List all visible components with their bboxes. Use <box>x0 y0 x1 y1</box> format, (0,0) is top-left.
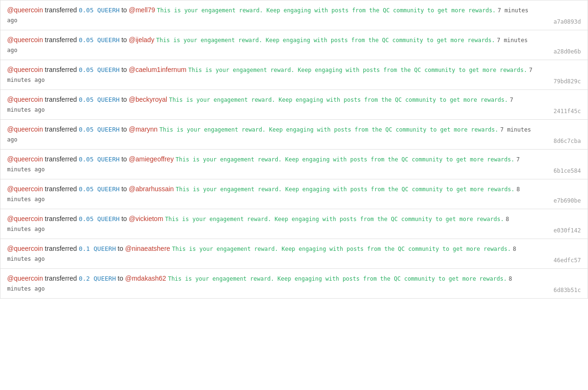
transaction-item: @queercoin transferred 0.1 QUEERH to @ni… <box>0 239 588 268</box>
amount: 0.05 QUEERH <box>79 66 119 73</box>
recipient[interactable]: @ninaeatshere <box>125 245 170 252</box>
message-text: This is your engagement reward. Keep eng… <box>169 97 508 103</box>
transaction-id: 8d6c7cba <box>553 138 581 144</box>
transaction-content: @queercoin transferred 0.05 QUEERH to @m… <box>7 5 581 25</box>
amount: 0.05 QUEERH <box>79 126 119 133</box>
transaction-id: 2411f45c <box>553 108 581 115</box>
message-text: This is your engagement reward. Keep eng… <box>176 156 515 163</box>
recipient[interactable]: @mell79 <box>129 6 155 14</box>
to-label: to <box>118 275 123 282</box>
to-label: to <box>121 96 127 103</box>
transaction-content: @queercoin transferred 0.05 QUEERH to @b… <box>7 95 581 115</box>
sender[interactable]: @queercoin <box>7 275 43 282</box>
transferred-label: transferred <box>45 36 77 44</box>
amount: 0.05 QUEERH <box>79 156 119 163</box>
sender[interactable]: @queercoin <box>7 215 43 222</box>
recipient[interactable]: @abrarhussain <box>129 185 174 193</box>
amount: 0.05 QUEERH <box>79 36 119 44</box>
message-text: This is your engagement reward. Keep eng… <box>157 7 496 14</box>
to-label: to <box>121 66 127 73</box>
sender[interactable]: @queercoin <box>7 185 43 193</box>
amount: 0.05 QUEERH <box>79 186 119 193</box>
sender[interactable]: @queercoin <box>7 245 43 252</box>
message-text: This is your engagement reward. Keep eng… <box>156 37 495 44</box>
transaction-id: 6b1ce584 <box>553 168 581 174</box>
sender[interactable]: @queercoin <box>7 6 43 14</box>
transaction-item: @queercoin transferred 0.05 QUEERH to @c… <box>0 60 588 89</box>
recipient[interactable]: @beckyroyal <box>129 96 167 103</box>
amount: 0.05 QUEERH <box>79 215 119 222</box>
transaction-content: @queercoin transferred 0.05 QUEERH to @v… <box>7 214 581 234</box>
transaction-content: @queercoin transferred 0.05 QUEERH to @i… <box>7 35 581 55</box>
sender[interactable]: @queercoin <box>7 66 43 73</box>
transferred-label: transferred <box>45 155 77 163</box>
transaction-content: @queercoin transferred 0.05 QUEERH to @m… <box>7 124 581 144</box>
message-text: This is your engagement reward. Keep eng… <box>160 126 498 133</box>
message-text: This is your engagement reward. Keep eng… <box>165 216 504 222</box>
amount: 0.1 QUEERH <box>79 245 116 252</box>
to-label: to <box>121 125 127 133</box>
transferred-label: transferred <box>45 215 77 222</box>
transaction-id: a7a0893d <box>553 18 581 25</box>
recipient[interactable]: @amiegeoffrey <box>129 155 174 163</box>
transaction-item: @queercoin transferred 0.05 QUEERH to @i… <box>0 30 588 60</box>
transaction-content: @queercoin transferred 0.05 QUEERH to @a… <box>7 184 581 204</box>
message-text: This is your engagement reward. Keep eng… <box>172 246 511 252</box>
to-label: to <box>121 215 127 222</box>
transaction-item: @queercoin transferred 0.05 QUEERH to @m… <box>0 119 588 149</box>
transferred-label: transferred <box>45 245 77 252</box>
transaction-id: 79bd829c <box>553 78 581 85</box>
transaction-item: @queercoin transferred 0.05 QUEERH to @b… <box>0 89 588 119</box>
to-label: to <box>121 185 127 193</box>
sender[interactable]: @queercoin <box>7 36 43 44</box>
transaction-content: @queercoin transferred 0.05 QUEERH to @c… <box>7 65 581 85</box>
transaction-id: a28d0e6b <box>553 48 581 55</box>
amount: 0.05 QUEERH <box>79 7 119 14</box>
transaction-item: @queercoin transferred 0.05 QUEERH to @m… <box>0 0 588 30</box>
transaction-content: @queercoin transferred 0.05 QUEERH to @a… <box>7 154 581 174</box>
to-label: to <box>118 245 123 252</box>
transaction-item: @queercoin transferred 0.05 QUEERH to @v… <box>0 209 588 239</box>
recipient[interactable]: @caelum1infernum <box>129 66 187 73</box>
transaction-id: 46edfc57 <box>553 257 581 264</box>
message-text: This is your engagement reward. Keep eng… <box>168 275 507 282</box>
transaction-content: @queercoin transferred 0.2 QUEERH to @md… <box>7 274 581 293</box>
transaction-content: @queercoin transferred 0.1 QUEERH to @ni… <box>7 244 581 264</box>
transferred-label: transferred <box>45 125 77 133</box>
transferred-label: transferred <box>45 275 77 282</box>
to-label: to <box>121 155 127 163</box>
recipient[interactable]: @vickietom <box>129 215 163 222</box>
transaction-id: e7b690be <box>553 197 581 204</box>
transferred-label: transferred <box>45 185 77 193</box>
transaction-item: @queercoin transferred 0.05 QUEERH to @a… <box>0 179 588 209</box>
to-label: to <box>121 6 127 14</box>
message-text: This is your engagement reward. Keep eng… <box>176 186 515 193</box>
transaction-id: e030f142 <box>553 227 581 234</box>
sender[interactable]: @queercoin <box>7 155 43 163</box>
transferred-label: transferred <box>45 96 77 103</box>
amount: 0.2 QUEERH <box>79 275 116 282</box>
recipient[interactable]: @mdakash62 <box>125 275 166 282</box>
transaction-item: @queercoin transferred 0.05 QUEERH to @a… <box>0 149 588 179</box>
recipient[interactable]: @marynn <box>129 125 158 133</box>
sender[interactable]: @queercoin <box>7 125 43 133</box>
to-label: to <box>121 36 127 44</box>
transaction-item: @queercoin transferred 0.2 QUEERH to @md… <box>0 268 588 299</box>
recipient[interactable]: @ijelady <box>129 36 154 44</box>
transaction-list: @queercoin transferred 0.05 QUEERH to @m… <box>0 0 588 299</box>
transaction-id: 6d83b51c <box>553 287 581 293</box>
transferred-label: transferred <box>45 6 77 14</box>
transferred-label: transferred <box>45 66 77 73</box>
message-text: This is your engagement reward. Keep eng… <box>188 67 527 73</box>
amount: 0.05 QUEERH <box>79 96 119 103</box>
sender[interactable]: @queercoin <box>7 96 43 103</box>
